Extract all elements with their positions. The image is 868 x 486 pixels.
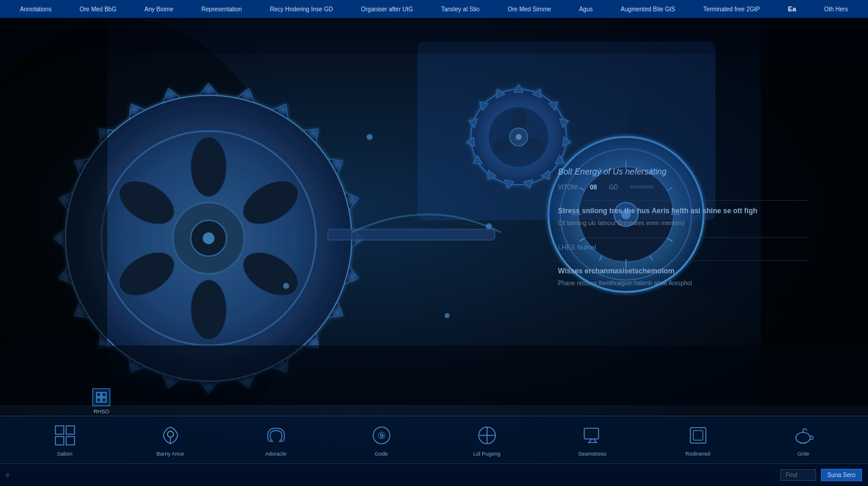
- svg-rect-49: [102, 392, 106, 397]
- nav-item-2[interactable]: Any Biome: [142, 6, 175, 13]
- panel-section-1: Stress snilong tres the hus Aeris helth …: [558, 200, 808, 228]
- nav-item-10[interactable]: Terminated free 2GtP: [701, 6, 762, 13]
- bottom-icon-adoracle: [264, 423, 288, 447]
- svg-rect-53: [66, 426, 75, 434]
- svg-rect-50: [97, 398, 101, 402]
- nav-item-5[interactable]: Organiser after UtG: [359, 6, 416, 13]
- panel-section-text-3: Phane recoma lhenthralgion halenh ahne A…: [558, 279, 808, 288]
- bottom-icon-rodinered: [686, 423, 710, 447]
- left-sidebar-panel: RHSO: [92, 388, 110, 415]
- nav-item-1[interactable]: Ore Med BbG: [78, 6, 119, 13]
- svg-point-41: [445, 313, 450, 318]
- nav-item-7[interactable]: Ore Med Simme: [506, 6, 554, 13]
- footer-bar: e Suna Sero: [0, 463, 868, 486]
- svg-rect-63: [584, 428, 599, 439]
- bottom-icon-label-3: Gode: [374, 451, 388, 457]
- stat-fill: ########: [630, 184, 654, 190]
- panel-title: Bolt Energy of Us nefersating: [558, 167, 808, 176]
- bottom-icon-item-1[interactable]: Barny Ance: [150, 423, 191, 457]
- nav-item-11[interactable]: Ea: [786, 5, 798, 13]
- footer-search-input[interactable]: [780, 469, 816, 481]
- bottom-icon-label-5: Seamstress: [578, 451, 607, 457]
- nav-item-9[interactable]: Augmented Bite GtS: [618, 6, 677, 13]
- bottom-icon-bar: SabonBarny AnceAdoracle⑨GodeLid PugongSe…: [0, 416, 868, 463]
- svg-point-56: [168, 431, 173, 437]
- footer-action-button[interactable]: Suna Sero: [821, 469, 862, 481]
- bottom-icon-seamstress: [581, 423, 604, 447]
- stat-label-1: VITONI: [558, 184, 578, 191]
- bottom-icon-label-1: Barny Ance: [156, 451, 184, 457]
- svg-rect-51: [102, 398, 106, 402]
- svg-point-40: [283, 283, 289, 289]
- left-sidebar-label: RHSO: [92, 409, 110, 415]
- stat-label-2: GO: [609, 184, 618, 191]
- bottom-icon-item-7[interactable]: Grite: [783, 423, 824, 457]
- footer-right-controls: Suna Sero: [780, 469, 862, 481]
- svg-rect-48: [97, 392, 101, 397]
- bottom-icon-sabon: [53, 423, 77, 447]
- bottom-icon-item-4[interactable]: Lid Pugong: [466, 423, 508, 457]
- svg-line-64: [589, 439, 591, 443]
- stat-value-1: 08: [590, 183, 597, 191]
- nav-item-4[interactable]: Recy Hndering Inse GD: [268, 6, 336, 13]
- svg-point-8: [191, 280, 227, 339]
- svg-rect-46: [0, 345, 868, 405]
- bottom-icon-gode: ⑨: [370, 423, 393, 447]
- bottom-icon-label-7: Grite: [798, 451, 810, 457]
- bottom-icon-lid-pugong: [475, 423, 499, 447]
- panel-section-title-1: Stress snilong tres the hus Aeris helth …: [558, 207, 808, 215]
- svg-rect-52: [55, 426, 64, 434]
- svg-rect-54: [55, 437, 64, 445]
- svg-point-69: [796, 432, 810, 443]
- panel-section-title-3: Wisses erchanmasisetschemolom: [558, 267, 808, 275]
- bottom-icon-item-0[interactable]: Sabon: [44, 423, 86, 457]
- panel-section-3: Wisses erchanmasisetschemolom Phane reco…: [558, 260, 808, 288]
- nav-item-3[interactable]: Representation: [199, 6, 244, 13]
- panel-section-text-1: Ctl tanning ulo latnour Bressures enen m…: [558, 219, 808, 228]
- svg-rect-67: [690, 428, 706, 443]
- svg-point-13: [203, 232, 215, 244]
- panel-link[interactable]: LHES Nufnel: [558, 244, 808, 251]
- svg-rect-68: [693, 431, 703, 440]
- bottom-icon-item-3[interactable]: ⑨Gode: [361, 423, 402, 457]
- panel-section-2: LHES Nufnel: [558, 237, 808, 251]
- right-overlay-panel: Bolt Energy of Us nefersating VITONI 08 …: [558, 167, 808, 297]
- svg-rect-55: [66, 437, 75, 445]
- left-sidebar-icon-box: [92, 388, 110, 406]
- top-navigation: AnnotationsOre Med BbGAny BiomeRepresent…: [0, 0, 868, 18]
- nav-item-6[interactable]: Tansley al Stio: [439, 6, 482, 13]
- bottom-icon-item-2[interactable]: Adoracle: [255, 423, 297, 457]
- bottom-icon-grite: [792, 423, 816, 447]
- svg-rect-47: [0, 18, 868, 54]
- bottom-icon-label-2: Adoracle: [265, 451, 287, 457]
- bottom-icon-item-5[interactable]: Seamstress: [572, 423, 613, 457]
- nav-item-8[interactable]: Agus: [576, 6, 595, 13]
- nav-item-0[interactable]: Annotations: [18, 6, 54, 13]
- svg-point-5: [191, 137, 227, 197]
- bottom-icon-label-4: Lid Pugong: [473, 451, 501, 457]
- footer-left-text: e: [6, 472, 10, 478]
- svg-text:⑨: ⑨: [377, 431, 386, 441]
- panel-stats: VITONI 08 GO ########: [558, 183, 808, 191]
- svg-line-65: [594, 439, 596, 443]
- bottom-icon-label-6: Rodinered: [686, 451, 711, 457]
- nav-item-12[interactable]: Oth Hers: [822, 6, 850, 13]
- bottom-icon-item-6[interactable]: Rodinered: [677, 423, 719, 457]
- svg-point-39: [367, 134, 373, 140]
- bottom-icon-barny-ance: [159, 423, 182, 447]
- bottom-icon-label-0: Sabon: [57, 451, 72, 457]
